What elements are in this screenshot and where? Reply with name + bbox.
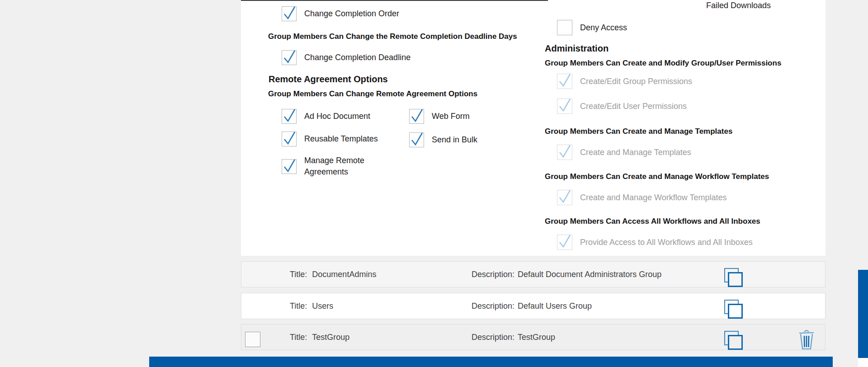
- checkbox-create-edit-user-permissions: Create/Edit User Permissions: [557, 99, 687, 114]
- table-row-users[interactable]: Title: Users Description: Default Users …: [241, 293, 826, 319]
- checkbox-change-completion-deadline[interactable]: Change Completion Deadline: [282, 50, 410, 65]
- checkbox-box: [557, 190, 572, 205]
- checkbox-change-completion-order[interactable]: Change Completion Order: [282, 6, 399, 21]
- check-icon: [283, 4, 296, 21]
- checkbox-box: [557, 145, 572, 160]
- checkbox-label: Send in Bulk: [432, 134, 477, 146]
- checkbox-manage-remote-agreements[interactable]: Manage Remote Agreements: [282, 155, 368, 178]
- checkbox-create-edit-group-permissions: Create/Edit Group Permissions: [557, 74, 692, 89]
- checkbox-box: [557, 235, 572, 250]
- title-label: Title:: [290, 270, 307, 279]
- copy-icon-front: [728, 335, 743, 350]
- checkbox-label: Create/Edit User Permissions: [580, 101, 687, 112]
- heading-administration: Administration: [545, 43, 609, 54]
- copy-icon[interactable]: [724, 331, 742, 349]
- checkbox-reusable-templates[interactable]: Reusable Templates: [282, 132, 378, 146]
- copy-icon[interactable]: [724, 268, 742, 287]
- copy-icon-front: [728, 304, 743, 319]
- failed-downloads-label: Failed Downloads: [706, 1, 771, 10]
- description-value: Default Users Group: [518, 301, 592, 311]
- table-row-testgroup[interactable]: Title: TestGroup Description: TestGroup: [241, 324, 826, 350]
- header-remote-options: Group Members Can Change Remote Agreemen…: [268, 89, 477, 99]
- checkbox-label: Web Form: [432, 111, 470, 122]
- checkbox-label: Create and Manage Templates: [580, 147, 691, 158]
- checkbox-box: [557, 74, 572, 89]
- row-description: Description: Default Document Administra…: [472, 270, 661, 279]
- checkbox-label: Manage Remote Agreements: [304, 155, 368, 178]
- heading-remote-agreement-options: Remote Agreement Options: [269, 74, 388, 85]
- checkbox-label: Create/Edit Group Permissions: [580, 76, 692, 87]
- footer-bar: [149, 357, 833, 367]
- header-manage-templates: Group Members Can Create and Manage Temp…: [545, 127, 732, 136]
- checkbox-box[interactable]: [282, 132, 297, 146]
- title-label: Title:: [290, 333, 307, 342]
- check-icon: [558, 232, 571, 249]
- check-icon: [283, 107, 296, 124]
- checkbox-label: Ad Hoc Document: [304, 111, 370, 122]
- check-icon: [283, 157, 296, 174]
- row-description: Description: TestGroup: [472, 333, 555, 342]
- top-divider: [241, 0, 548, 1]
- header-deadline-days: Group Members Can Change the Remote Comp…: [268, 32, 517, 41]
- checkbox-box[interactable]: [282, 159, 297, 174]
- copy-icon-front: [728, 272, 743, 287]
- checkbox-box[interactable]: [282, 6, 297, 21]
- title-value: Users: [312, 301, 333, 311]
- row-description: Description: Default Users Group: [472, 301, 592, 311]
- checkbox-box[interactable]: [282, 109, 297, 124]
- copy-icon[interactable]: [724, 300, 742, 318]
- checkbox-label: Change Completion Order: [304, 8, 399, 19]
- checkbox-create-manage-workflow-templates: Create and Manage Workflow Templates: [557, 190, 727, 205]
- description-label: Description:: [472, 270, 514, 279]
- checkbox-box: [557, 99, 572, 114]
- row-title: Title: TestGroup: [290, 333, 349, 342]
- title-label: Title:: [290, 301, 307, 311]
- header-group-user-permissions: Group Members Can Create and Modify Grou…: [545, 59, 781, 68]
- checkbox-web-form[interactable]: Web Form: [409, 109, 470, 124]
- checkbox-label: Reusable Templates: [304, 133, 378, 145]
- check-icon: [283, 129, 296, 146]
- check-icon: [558, 96, 571, 113]
- header-workflow-templates: Group Members Can Create and Manage Work…: [545, 172, 769, 181]
- check-icon: [410, 130, 423, 147]
- check-icon: [410, 107, 423, 124]
- checkbox-label: Provide Access to All Workflows and All …: [580, 237, 753, 248]
- checkbox-box[interactable]: [409, 132, 424, 147]
- title-value: TestGroup: [312, 333, 349, 342]
- check-icon: [558, 188, 571, 205]
- checkbox-send-in-bulk[interactable]: Send in Bulk: [409, 132, 477, 147]
- title-value: DocumentAdmins: [312, 270, 376, 279]
- check-icon: [558, 71, 571, 89]
- check-icon: [558, 142, 571, 160]
- description-label: Description:: [472, 301, 514, 311]
- checkbox-label: Create and Manage Workflow Templates: [580, 192, 727, 203]
- checkbox-deny-access[interactable]: Deny Access: [557, 20, 627, 35]
- header-all-workflows-inboxes: Group Members Can Access All Workflows a…: [545, 217, 760, 226]
- checkbox-box[interactable]: [557, 20, 572, 35]
- checkbox-access-all-workflows-inboxes: Provide Access to All Workflows and All …: [557, 235, 753, 250]
- corner-patch: [858, 358, 868, 367]
- checkbox-create-manage-templates: Create and Manage Templates: [557, 145, 691, 160]
- check-icon: [283, 48, 296, 65]
- trash-icon[interactable]: [798, 329, 815, 350]
- checkbox-box[interactable]: [282, 50, 297, 65]
- group-permissions-screen: Change Completion Order Group Members Ca…: [0, 0, 868, 367]
- row-title: Title: Users: [290, 301, 333, 311]
- table-row-documentadmins[interactable]: Title: DocumentAdmins Description: Defau…: [241, 261, 826, 287]
- checkbox-label: Change Completion Deadline: [304, 52, 410, 63]
- checkbox-box[interactable]: [409, 109, 424, 124]
- row-select-checkbox[interactable]: [245, 332, 260, 347]
- checkbox-label: Deny Access: [580, 22, 627, 33]
- checkbox-ad-hoc-document[interactable]: Ad Hoc Document: [282, 109, 370, 124]
- scrollbar-thumb[interactable]: [858, 270, 868, 358]
- row-title: Title: DocumentAdmins: [290, 270, 376, 279]
- description-value: TestGroup: [518, 333, 555, 342]
- description-value: Default Document Administrators Group: [518, 270, 661, 279]
- description-label: Description:: [472, 333, 514, 342]
